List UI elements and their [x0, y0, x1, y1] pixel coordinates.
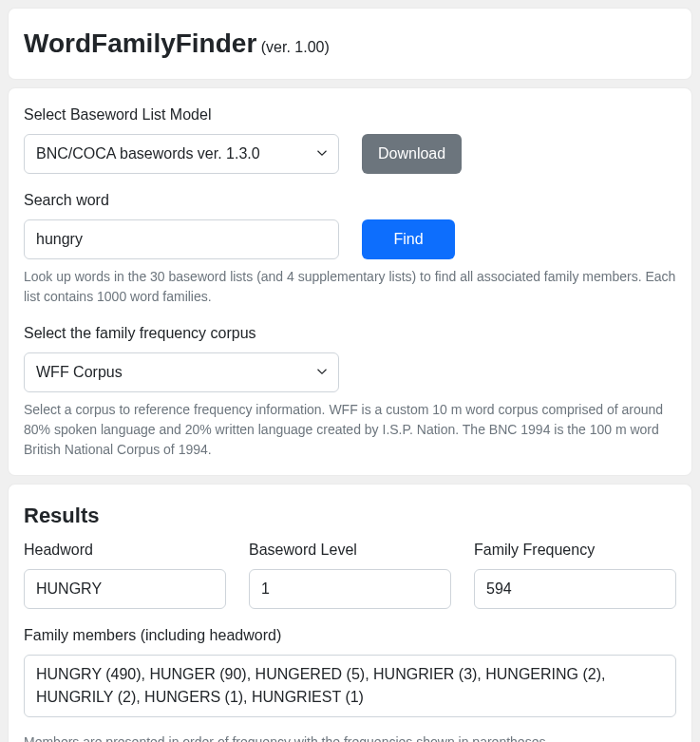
baseword-level-label: Baseword Level	[249, 539, 451, 561]
baseword-select-wrapper: BNC/COCA basewords ver. 1.3.0	[24, 134, 339, 174]
baseword-level-value: 1	[249, 569, 451, 609]
family-members-value: HUNGRY (490), HUNGER (90), HUNGERED (5),…	[24, 655, 676, 717]
members-help-text: Members are presented in order of freque…	[24, 732, 676, 742]
baseword-select[interactable]: BNC/COCA basewords ver. 1.3.0	[24, 134, 339, 174]
search-word-label: Search word	[24, 189, 676, 212]
header-card: WordFamilyFinder (ver. 1.00)	[8, 8, 692, 80]
headword-label: Headword	[24, 539, 226, 561]
controls-card: Select Baseword List Model BNC/COCA base…	[8, 87, 692, 476]
results-title: Results	[24, 500, 676, 531]
family-frequency-value: 594	[474, 569, 676, 609]
headword-value: HUNGRY	[24, 569, 226, 609]
corpus-label: Select the family frequency corpus	[24, 322, 676, 345]
find-button[interactable]: Find	[362, 219, 455, 259]
app-version: (ver. 1.00)	[261, 39, 330, 55]
results-card: Results Headword HUNGRY Baseword Level 1…	[8, 484, 692, 742]
family-frequency-label: Family Frequency	[474, 539, 676, 561]
app-title: WordFamilyFinder	[24, 24, 256, 64]
family-members-label: Family members (including headword)	[24, 624, 676, 647]
download-button[interactable]: Download	[362, 134, 462, 174]
search-input[interactable]	[24, 219, 339, 259]
corpus-select[interactable]: WFF Corpus	[24, 352, 339, 392]
search-help-text: Look up words in the 30 baseword lists (…	[24, 267, 676, 307]
corpus-select-wrapper: WFF Corpus	[24, 352, 339, 392]
baseword-list-label: Select Baseword List Model	[24, 104, 676, 126]
corpus-help-text: Select a corpus to reference frequency i…	[24, 400, 676, 460]
